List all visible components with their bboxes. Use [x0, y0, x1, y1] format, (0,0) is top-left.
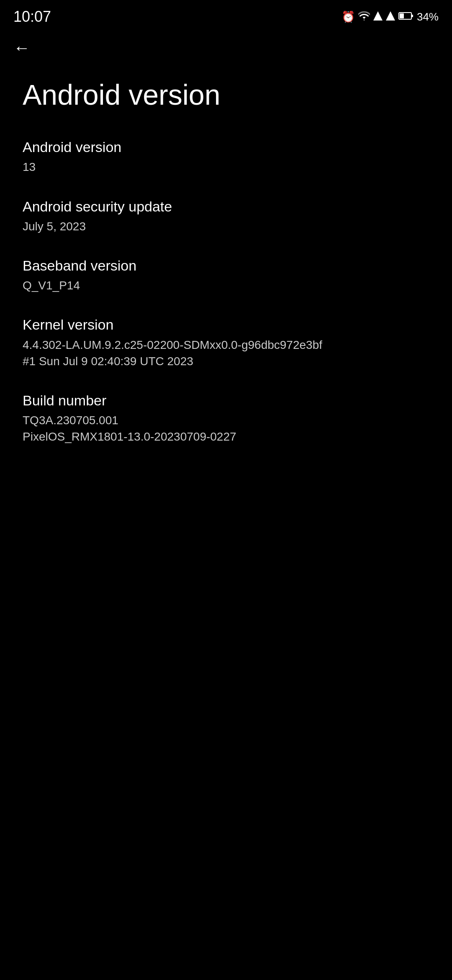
svg-marker-0	[373, 11, 383, 21]
android-version-label: Android version	[23, 138, 429, 156]
status-bar: 10:07 ⏰	[0, 0, 452, 30]
security-update-section: Android security update July 5, 2023	[23, 197, 429, 235]
android-version-value: 13	[23, 159, 429, 175]
page-content: Android version Android version 13 Andro…	[0, 62, 452, 492]
android-version-section: Android version 13	[23, 138, 429, 175]
signal-icon-1	[373, 11, 383, 22]
back-button-area: ←	[0, 30, 452, 62]
kernel-version-label: Kernel version	[23, 315, 429, 334]
security-update-label: Android security update	[23, 197, 429, 216]
security-update-value: July 5, 2023	[23, 218, 429, 235]
wifi-icon	[358, 11, 370, 22]
status-time: 10:07	[13, 8, 51, 26]
signal-icon-2	[386, 11, 395, 22]
kernel-version-section: Kernel version 4.4.302-LA.UM.9.2.c25-022…	[23, 315, 429, 369]
build-number-label: Build number	[23, 391, 429, 410]
status-icons: ⏰	[342, 10, 439, 23]
svg-marker-1	[386, 11, 395, 21]
baseband-version-value: Q_V1_P14	[23, 277, 429, 294]
baseband-version-label: Baseband version	[23, 256, 429, 275]
page-title: Android version	[23, 78, 429, 111]
battery-icon	[398, 12, 413, 22]
kernel-version-value: 4.4.302-LA.UM.9.2.c25-02200-SDMxx0.0-g96…	[23, 337, 429, 369]
baseband-version-section: Baseband version Q_V1_P14	[23, 256, 429, 294]
battery-percent: 34%	[417, 10, 439, 23]
svg-rect-3	[400, 13, 404, 18]
back-button[interactable]: ←	[13, 39, 30, 57]
alarm-icon: ⏰	[342, 10, 355, 23]
build-number-section: Build number TQ3A.230705.001PixelOS_RMX1…	[23, 391, 429, 445]
build-number-value: TQ3A.230705.001PixelOS_RMX1801-13.0-2023…	[23, 412, 429, 445]
svg-rect-4	[411, 15, 413, 17]
